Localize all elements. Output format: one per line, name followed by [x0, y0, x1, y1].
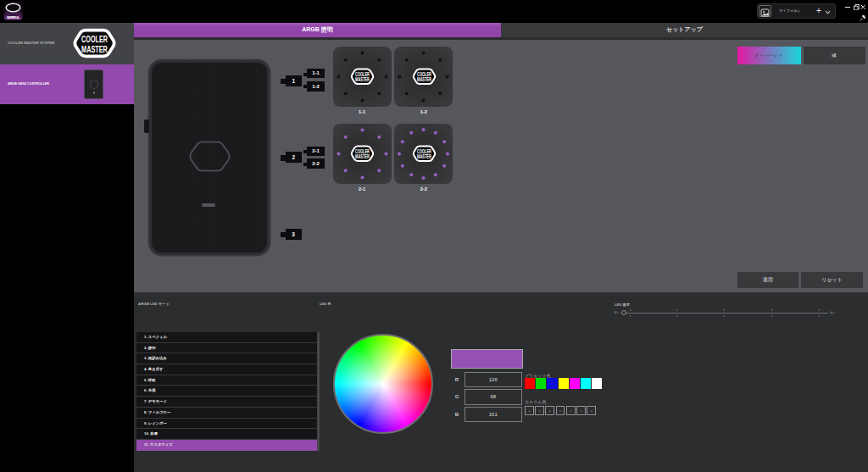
svg-text:MASTERPLUS+: MASTERPLUS+ [7, 16, 19, 19]
